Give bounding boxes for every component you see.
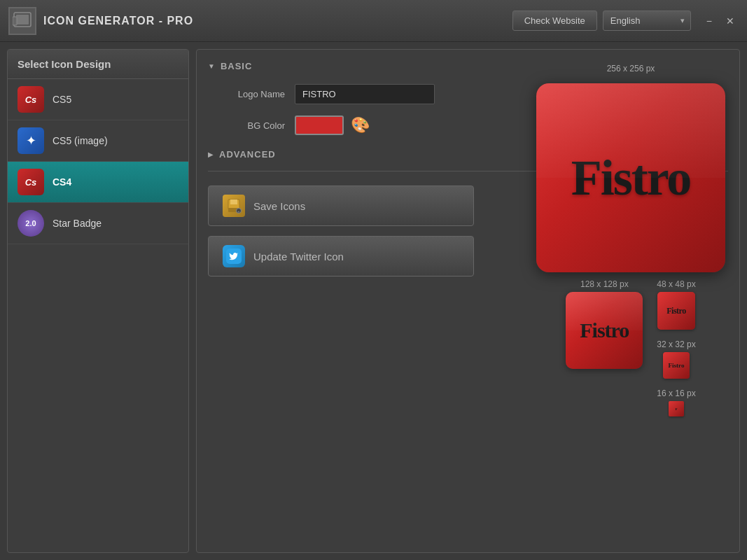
update-twitter-button[interactable]: Update Twitter Icon: [208, 236, 474, 276]
main-container: Select Icon Design Cs CS5 ✦ CS5 (image) …: [0, 42, 747, 560]
logo-name-input[interactable]: [295, 84, 435, 104]
icon-32-text: Fistro: [669, 362, 685, 369]
sidebar-item-starbadge[interactable]: 2.0 Star Badge: [8, 203, 188, 244]
size-256-label: 256 x 256 px: [607, 64, 655, 74]
size-48-label: 48 x 48 px: [657, 279, 695, 289]
update-twitter-label: Update Twitter Icon: [253, 251, 344, 262]
size-32-group: 32 x 32 px Fistro: [657, 340, 695, 379]
icon-16-text: F: [675, 407, 677, 411]
sidebar-item-cs5img-label: CS5 (image): [53, 135, 108, 146]
icon-48-text: Fistro: [666, 306, 685, 316]
sidebar-title: Select Icon Design: [8, 50, 188, 79]
sidebar-item-cs5img[interactable]: ✦ CS5 (image): [8, 120, 188, 162]
icon-medium-text: Fistro: [580, 318, 629, 342]
sidebar-item-cs5-label: CS5: [53, 94, 71, 105]
svg-rect-4: [230, 200, 237, 204]
bg-color-swatch[interactable]: [295, 115, 344, 135]
basic-section-title: BASIC: [221, 61, 252, 71]
preview-small-row: 128 x 128 px Fistro 48 x 48 px Fistro 32: [566, 279, 695, 422]
app-icon: [8, 7, 36, 35]
preview-small-col: 48 x 48 px Fistro 32 x 32 px Fistro 16 x…: [657, 279, 695, 422]
titlebar: ICON GENERATOR - PRO Check Website Engli…: [0, 0, 747, 42]
cs5-icon: Cs: [18, 86, 44, 113]
icon-preview-128: Fistro: [566, 292, 643, 369]
size-128-label: 128 x 128 px: [580, 279, 629, 289]
twitter-icon: [223, 245, 245, 267]
cs4-icon: Cs: [18, 169, 44, 195]
starbadge-icon: 2.0: [18, 210, 44, 237]
icon-preview-32: Fistro: [663, 352, 690, 379]
advanced-section-title: ADVANCED: [219, 149, 276, 160]
language-dropdown[interactable]: English Spanish French: [603, 11, 680, 30]
sidebar: Select Icon Design Cs CS5 ✦ CS5 (image) …: [7, 49, 189, 553]
size-16-group: 16 x 16 px F: [657, 388, 695, 416]
icon-preview-16: F: [669, 401, 684, 416]
size-32-label: 32 x 32 px: [657, 340, 695, 349]
color-picker-icon[interactable]: 🎨: [351, 116, 370, 134]
preview-area: 256 x 256 px Fistro 128 x 128 px Fistro …: [536, 64, 725, 422]
save-icon: +: [223, 195, 245, 217]
bg-color-label: BG Color: [222, 120, 285, 131]
language-selector[interactable]: English Spanish French ▾: [603, 10, 691, 31]
icon-preview-256: Fistro: [536, 83, 725, 272]
svg-text:+: +: [238, 209, 240, 214]
icon-large-text: Fistro: [571, 149, 691, 207]
cs5img-icon: ✦: [18, 127, 44, 154]
svg-rect-1: [16, 15, 29, 24]
size-48-group: 48 x 48 px Fistro: [657, 279, 695, 330]
sidebar-item-starbadge-label: Star Badge: [53, 218, 102, 229]
color-swatch-wrapper: 🎨: [295, 115, 370, 135]
save-icons-label: Save Icons: [253, 200, 305, 212]
app-title: ICON GENERATOR - PRO: [43, 15, 512, 27]
sidebar-item-cs4-label: CS4: [53, 176, 71, 188]
logo-name-label: Logo Name: [222, 89, 285, 99]
chevron-down-icon: ▾: [680, 16, 690, 25]
sidebar-item-cs4[interactable]: Cs CS4: [8, 162, 188, 203]
svg-rect-2: [13, 17, 17, 25]
window-controls: − ✕: [702, 14, 739, 28]
sidebar-item-cs5[interactable]: Cs CS5: [8, 79, 188, 120]
icon-preview-48: Fistro: [657, 292, 695, 330]
minimize-button[interactable]: −: [702, 14, 716, 28]
content-area: ▼ BASIC Logo Name BG Color 🎨 ▶ ADVANCED: [196, 49, 740, 553]
close-button[interactable]: ✕: [722, 14, 739, 28]
preview-128-col: 128 x 128 px Fistro: [566, 279, 643, 422]
size-16-label: 16 x 16 px: [657, 388, 695, 398]
advanced-expand-arrow: ▶: [208, 150, 214, 158]
save-icons-button[interactable]: + Save Icons: [208, 186, 474, 226]
check-website-button[interactable]: Check Website: [512, 10, 597, 31]
basic-collapse-arrow: ▼: [208, 62, 215, 70]
